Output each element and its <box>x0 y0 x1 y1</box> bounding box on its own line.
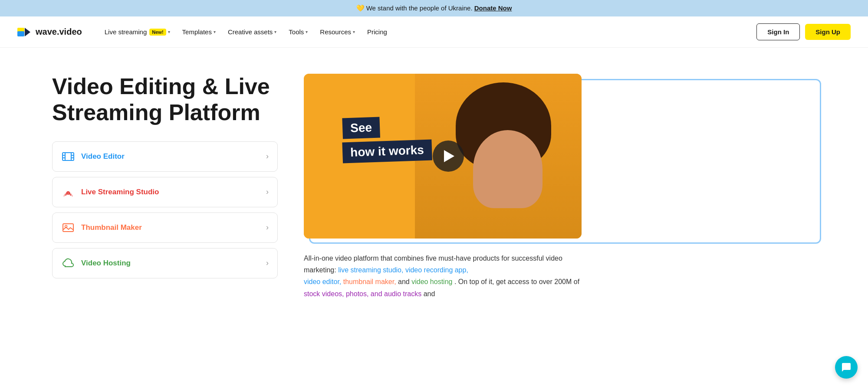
nav-templates[interactable]: Templates ▾ <box>177 25 221 39</box>
video-wrapper: See how it works <box>304 74 816 239</box>
new-badge: New! <box>149 29 166 36</box>
donate-link[interactable]: Donate Now <box>474 4 512 12</box>
nav-resources[interactable]: Resources ▾ <box>315 25 360 39</box>
arrow-right-icon: › <box>266 152 269 161</box>
description-end: and <box>424 290 435 297</box>
feature-left: Live Streaming Studio <box>61 185 159 199</box>
link-live-streaming[interactable]: live streaming studio, video recording a… <box>338 266 468 274</box>
nav-tools-label: Tools <box>289 28 304 36</box>
video-container[interactable]: See how it works <box>304 74 582 239</box>
feature-left: Video Editor <box>61 150 125 163</box>
nav-live-streaming-label: Live streaming <box>105 28 147 36</box>
svg-rect-11 <box>63 224 73 232</box>
cloud-icon <box>61 256 75 270</box>
video-hosting-label: Video Hosting <box>81 259 131 268</box>
play-icon <box>444 150 454 162</box>
left-section: Video Editing & Live Streaming Platform <box>52 74 278 278</box>
nav-pricing[interactable]: Pricing <box>362 25 392 39</box>
feature-live-streaming[interactable]: Live Streaming Studio › <box>52 177 278 207</box>
feature-left: Video Hosting <box>61 256 131 270</box>
signup-button[interactable]: Sign Up <box>805 24 851 40</box>
hero-title: Video Editing & Live Streaming Platform <box>52 74 278 126</box>
see-text: See <box>342 117 380 139</box>
chevron-down-icon: ▾ <box>353 29 355 34</box>
thumbnail-maker-label: Thumbnail Maker <box>81 223 142 232</box>
arrow-right-icon: › <box>266 187 269 196</box>
logo-text: wave.video <box>36 27 82 37</box>
feature-video-editor[interactable]: Video Editor › <box>52 141 278 172</box>
logo-icon <box>17 26 33 38</box>
broadcast-icon <box>61 185 75 199</box>
play-button[interactable] <box>433 141 464 172</box>
link-thumbnail-maker[interactable]: thumbnail maker, <box>343 278 396 285</box>
nav-resources-label: Resources <box>320 28 351 36</box>
link-stock[interactable]: stock videos, photos, and audio tracks <box>304 290 421 297</box>
ukraine-banner: 💛 We stand with the people of Ukraine. D… <box>0 0 868 16</box>
video-editor-label: Video Editor <box>81 152 125 161</box>
main-content: Video Editing & Live Streaming Platform <box>0 48 868 317</box>
description-and2: and <box>398 278 411 285</box>
feature-left: Thumbnail Maker <box>61 221 142 235</box>
chevron-down-icon: ▾ <box>306 29 308 34</box>
nav-actions: Sign In Sign Up <box>756 23 851 40</box>
feature-list: Video Editor › Live Streaming Studio <box>52 141 278 278</box>
chevron-down-icon: ▾ <box>168 29 170 34</box>
nav-templates-label: Templates <box>182 28 212 36</box>
nav-tools[interactable]: Tools ▾ <box>283 25 313 39</box>
how-it-works-text: how it works <box>342 139 432 163</box>
arrow-right-icon: › <box>266 258 269 268</box>
navbar: wave.video Live streaming New! ▾ Templat… <box>0 16 868 48</box>
nav-pricing-label: Pricing <box>367 28 387 36</box>
svg-rect-1 <box>17 31 24 36</box>
link-video-hosting[interactable]: video hosting <box>411 278 452 285</box>
signin-button[interactable]: Sign In <box>756 23 800 40</box>
feature-video-hosting[interactable]: Video Hosting › <box>52 248 278 278</box>
nav-live-streaming[interactable]: Live streaming New! ▾ <box>99 25 175 39</box>
film-icon <box>61 150 75 163</box>
right-section: See how it works All-in-one video platfo… <box>304 74 816 300</box>
feature-thumbnail-maker[interactable]: Thumbnail Maker › <box>52 212 278 243</box>
video-overlay: See how it works <box>342 118 432 162</box>
chevron-down-icon: ▾ <box>214 29 216 34</box>
svg-marker-2 <box>25 28 30 36</box>
banner-text: We stand with the people of Ukraine. <box>366 4 473 12</box>
nav-links: Live streaming New! ▾ Templates ▾ Creati… <box>99 25 757 39</box>
banner-emoji: 💛 <box>356 4 365 12</box>
live-streaming-label: Live Streaming Studio <box>81 188 159 196</box>
svg-rect-3 <box>62 153 74 160</box>
nav-creative-assets-label: Creative assets <box>228 28 273 36</box>
logo[interactable]: wave.video <box>17 26 82 38</box>
nav-creative-assets[interactable]: Creative assets ▾ <box>223 25 282 39</box>
description-text: All-in-one video platform that combines … <box>304 252 582 300</box>
video-background: See how it works <box>304 74 582 239</box>
description-more: . On top of it, get access to over 200M … <box>454 278 579 285</box>
arrow-right-icon: › <box>266 223 269 232</box>
image-icon <box>61 221 75 235</box>
link-video-editor[interactable]: video editor, <box>304 278 341 285</box>
chevron-down-icon: ▾ <box>274 29 276 34</box>
